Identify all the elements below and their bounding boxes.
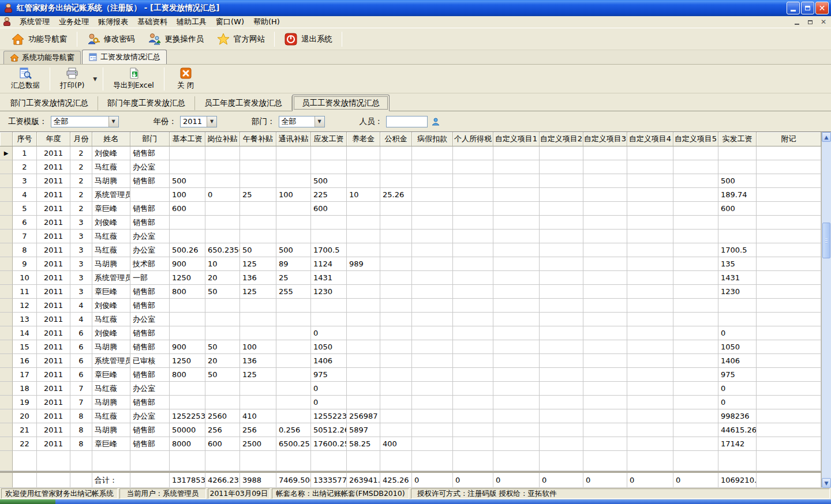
- mdi-minimize-button[interactable]: [791, 17, 803, 27]
- table-row[interactable]: 1220114刘俊峰销售部: [0, 299, 821, 313]
- scroll-up-icon[interactable]: ▲: [822, 132, 831, 142]
- column-header[interactable]: 附记: [757, 132, 821, 146]
- column-header[interactable]: 自定义项目2: [540, 132, 583, 146]
- menu-help[interactable]: 帮助(H): [249, 16, 285, 28]
- tab-dept-annual[interactable]: 部门年度工资发放汇总: [98, 96, 195, 110]
- cell: 1250: [170, 271, 205, 285]
- table-row[interactable]: 1820117马红薇办公室00: [0, 382, 821, 396]
- summarize-data-button[interactable]: 汇总数据: [5, 65, 46, 92]
- tab-salary-summary[interactable]: 工资发放情况汇总: [82, 50, 167, 64]
- export-excel-button[interactable]: 导出到Excel: [107, 65, 160, 92]
- vertical-scrollbar[interactable]: ▲ ▼: [821, 132, 831, 488]
- table-row[interactable]: 2020118马红薇办公室125225325604101255223256987…: [0, 409, 821, 423]
- table-row[interactable]: 620113刘俊峰销售部: [0, 216, 821, 230]
- menu-basedata[interactable]: 基础资料: [133, 16, 172, 28]
- column-header[interactable]: 公积金: [380, 132, 412, 146]
- table-row[interactable]: 1320114马红薇办公室: [0, 313, 821, 326]
- table-row[interactable]: 420112系统管理员1000251002251025.26189.74: [0, 188, 821, 202]
- table-row[interactable]: 2220118章巨峰销售部800060025006500.2517600.255…: [0, 437, 821, 451]
- cell: [205, 299, 240, 313]
- menu-tools[interactable]: 辅助工具: [172, 16, 211, 28]
- print-button[interactable]: 打印(P): [54, 65, 91, 92]
- chevron-down-icon[interactable]: ▼: [207, 116, 216, 127]
- cell: [540, 368, 583, 382]
- column-header[interactable]: 序号: [13, 132, 37, 146]
- table-row[interactable]: 220112马红薇办公室: [0, 160, 821, 174]
- menu-system[interactable]: 系统管理: [15, 16, 54, 28]
- cell: [276, 160, 311, 174]
- restore-button[interactable]: [801, 2, 814, 14]
- table-row[interactable]: 920113马胡腾技术部90010125891124989135: [0, 257, 821, 271]
- scroll-down-icon[interactable]: ▼: [822, 478, 831, 488]
- column-header[interactable]: 自定义项目3: [583, 132, 627, 146]
- column-header[interactable]: 实发工资: [718, 132, 757, 146]
- column-header[interactable]: 姓名: [92, 132, 130, 146]
- table-row[interactable]: 1420116刘俊峰销售部00: [0, 326, 821, 340]
- table-row[interactable]: 1720116章巨峰销售部80050125975975: [0, 368, 821, 382]
- print-dropdown-arrow[interactable]: ▼: [91, 76, 99, 82]
- table-row[interactable]: 1520116马胡腾销售部9005010010501050: [0, 340, 821, 354]
- cell: 办公室: [130, 243, 170, 257]
- menu-window[interactable]: 窗口(W): [211, 16, 249, 28]
- cell: [347, 368, 380, 382]
- person-input[interactable]: [386, 116, 428, 127]
- tab-nav-window[interactable]: 系统功能导航窗: [3, 51, 81, 64]
- scrollbar-track[interactable]: [822, 142, 831, 478]
- template-select[interactable]: 全部 ▼: [51, 116, 119, 127]
- column-header[interactable]: 通讯补贴: [276, 132, 311, 146]
- chevron-down-icon[interactable]: ▼: [315, 116, 324, 127]
- cell: 975: [311, 368, 347, 382]
- cell: [493, 423, 540, 437]
- column-header[interactable]: 月份: [70, 132, 92, 146]
- switch-operator-button[interactable]: 更换操作员: [141, 29, 211, 49]
- table-row[interactable]: 1020113系统管理员一部1250201362514311431: [0, 271, 821, 285]
- change-password-button[interactable]: 修改密码: [80, 29, 141, 49]
- minimize-button[interactable]: [787, 2, 800, 14]
- mdi-restore-button[interactable]: [804, 17, 816, 27]
- close-button[interactable]: ✕: [815, 2, 829, 14]
- tab-dept-salary[interactable]: 部门工资发放情况汇总: [1, 96, 98, 110]
- column-header[interactable]: 养老金: [347, 132, 380, 146]
- column-header[interactable]: 个人所得税: [453, 132, 493, 146]
- mdi-close-button[interactable]: ✕: [818, 17, 829, 27]
- column-header[interactable]: 岗位补贴: [205, 132, 240, 146]
- cell: [380, 174, 412, 188]
- column-header[interactable]: 部门: [130, 132, 170, 146]
- table-row[interactable]: 1620116系统管理员已审核12502013614061406: [0, 354, 821, 368]
- column-header[interactable]: 年度: [37, 132, 70, 146]
- cell: 0: [311, 382, 347, 396]
- table-row[interactable]: 1920117马胡腾销售部00: [0, 396, 821, 409]
- table-row[interactable]: 720113马红薇办公室: [0, 230, 821, 243]
- column-header[interactable]: 应发工资: [311, 132, 347, 146]
- dept-select[interactable]: 全部 ▼: [279, 116, 325, 127]
- person-icon[interactable]: [431, 117, 440, 126]
- cell: 0.256: [276, 423, 311, 437]
- column-header[interactable]: 自定义项目4: [627, 132, 673, 146]
- column-header[interactable]: 基本工资: [170, 132, 205, 146]
- column-header[interactable]: 午餐补贴: [240, 132, 276, 146]
- close-report-button[interactable]: 关 闭: [168, 65, 204, 92]
- exit-system-button[interactable]: 退出系统: [278, 29, 339, 49]
- table-row[interactable]: ▶120112刘俊峰销售部: [0, 146, 821, 160]
- menu-reports[interactable]: 账簿报表: [93, 16, 133, 28]
- cell: [718, 160, 757, 174]
- tab-employee-salary[interactable]: 员工工资发放情况汇总: [292, 95, 390, 111]
- column-header[interactable]: 自定义项目5: [673, 132, 718, 146]
- column-header[interactable]: 自定义项目1: [493, 132, 540, 146]
- tab-employee-annual[interactable]: 员工年度工资发放汇总: [195, 96, 292, 110]
- status-bar: 欢迎使用红管家财务出纳记帐系统 当前用户：系统管理员 2011年03月09日 帐…: [0, 488, 831, 499]
- column-header[interactable]: 病假扣款: [412, 132, 453, 146]
- menu-business[interactable]: 业务处理: [54, 16, 93, 28]
- totals-cell: [13, 473, 37, 488]
- table-row[interactable]: 1120113章巨峰销售部8005012525512301230: [0, 285, 821, 299]
- table-row[interactable]: 2120118马胡腾销售部500002562560.25650512.26589…: [0, 423, 821, 437]
- official-site-button[interactable]: 官方网站: [210, 29, 271, 49]
- table-row[interactable]: 820113马红薇办公室500.26650.2356505001700.5170…: [0, 243, 821, 257]
- scrollbar-thumb[interactable]: [822, 223, 830, 258]
- year-select[interactable]: 2011 ▼: [180, 116, 217, 127]
- chevron-down-icon[interactable]: ▼: [108, 116, 118, 127]
- cell: [673, 326, 718, 340]
- nav-window-button[interactable]: 功能导航窗: [5, 29, 74, 49]
- table-row[interactable]: 320112马胡腾销售部500500500: [0, 174, 821, 188]
- table-row[interactable]: 520112章巨峰销售部600600600: [0, 202, 821, 216]
